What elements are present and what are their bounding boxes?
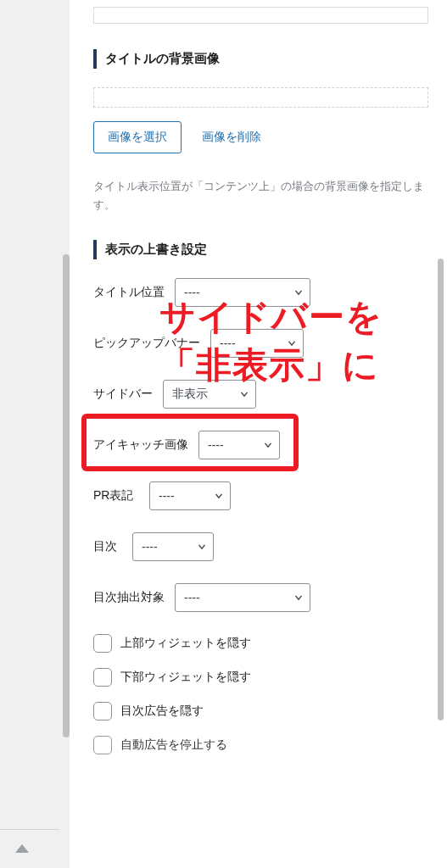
chevron-down-icon	[293, 592, 305, 604]
chevron-down-icon	[262, 439, 274, 451]
label-hide-toc-ads: 目次広告を隠す	[120, 704, 204, 719]
field-sidebar: サイドバー 非表示	[93, 380, 428, 409]
select-title-position[interactable]: ----	[175, 278, 310, 307]
checkbox-stop-auto-ads[interactable]	[93, 736, 112, 754]
field-pickup-banner: ピックアップバナー ----	[93, 329, 428, 358]
select-image-button[interactable]: 画像を選択	[93, 121, 182, 153]
field-toc: 目次 ----	[93, 532, 428, 561]
section-heading-override: 表示の上書き設定	[93, 240, 428, 259]
image-upload-dropzone[interactable]	[93, 87, 428, 108]
checkbox-hide-bottom-widget[interactable]	[93, 668, 112, 687]
label-pickup-banner: ピックアップバナー	[93, 336, 200, 351]
section-heading-bg-image: タイトルの背景画像	[93, 49, 428, 69]
label-sidebar: サイドバー	[93, 387, 153, 402]
label-stop-auto-ads: 自動広告を停止する	[120, 737, 227, 753]
select-toc-extract[interactable]: ----	[175, 583, 310, 612]
chevron-down-icon	[213, 490, 225, 502]
label-hide-top-widget: 上部ウィジェットを隠す	[120, 636, 251, 651]
select-value: ----	[220, 337, 236, 350]
select-eyecatch[interactable]: ----	[198, 431, 280, 459]
panel-scrollbar[interactable]	[438, 259, 444, 721]
delete-image-link[interactable]: 画像を削除	[202, 130, 261, 145]
label-hide-bottom-widget: 下部ウィジェットを隠す	[120, 670, 251, 685]
select-value: 非表示	[172, 387, 208, 402]
select-value: ----	[142, 540, 158, 554]
chevron-down-icon	[238, 388, 250, 400]
prev-field-placeholder[interactable]	[93, 7, 428, 24]
select-value: ----	[208, 438, 224, 452]
check-row-hide-top-widget: 上部ウィジェットを隠す	[93, 634, 428, 653]
select-sidebar[interactable]: 非表示	[163, 380, 256, 409]
check-row-hide-bottom-widget: 下部ウィジェットを隠す	[93, 668, 428, 687]
field-toc-extract: 目次抽出対象 ----	[93, 583, 428, 612]
chevron-down-icon	[293, 287, 305, 298]
check-row-hide-toc-ads: 目次広告を隠す	[93, 702, 428, 721]
left-gutter	[0, 0, 70, 868]
select-value: ----	[159, 489, 175, 503]
chevron-down-icon	[196, 541, 208, 553]
scroll-top-icon[interactable]	[15, 844, 29, 853]
label-eyecatch: アイキャッチ画像	[93, 437, 188, 453]
field-title-position: タイトル位置 ----	[93, 278, 428, 307]
field-eyecatch: アイキャッチ画像 ----	[93, 431, 428, 459]
label-title-position: タイトル位置	[93, 285, 165, 300]
outer-scrollbar[interactable]	[63, 254, 70, 737]
label-pr: PR表記	[93, 488, 139, 504]
select-value: ----	[184, 591, 200, 604]
label-toc: 目次	[93, 539, 122, 554]
bg-image-description: タイトル表示位置が「コンテンツ上」の場合の背景画像を指定します。	[93, 177, 428, 214]
divider	[0, 829, 59, 830]
chevron-down-icon	[286, 337, 298, 349]
select-value: ----	[184, 286, 200, 299]
label-toc-extract: 目次抽出対象	[93, 590, 165, 605]
settings-panel: タイトルの背景画像 画像を選択 画像を削除 タイトル表示位置が「コンテンツ上」の…	[70, 0, 447, 868]
check-row-stop-auto-ads: 自動広告を停止する	[93, 736, 428, 754]
select-toc[interactable]: ----	[132, 532, 214, 561]
checkbox-hide-toc-ads[interactable]	[93, 702, 112, 721]
select-pr[interactable]: ----	[149, 481, 231, 510]
field-pr: PR表記 ----	[93, 481, 428, 510]
select-pickup-banner[interactable]: ----	[210, 329, 304, 358]
checkbox-hide-top-widget[interactable]	[93, 634, 112, 653]
